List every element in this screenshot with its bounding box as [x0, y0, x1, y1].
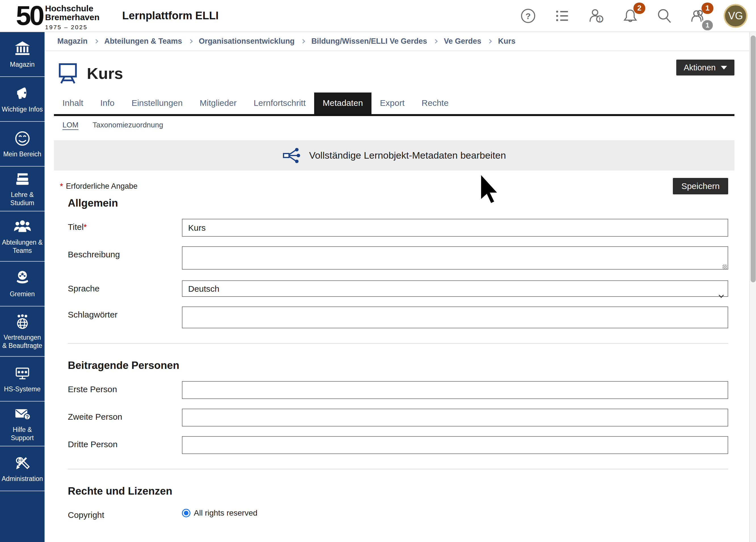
logo-50-text: 50 — [16, 3, 43, 28]
notifications-badge: 2 — [633, 3, 645, 14]
beschreibung-textarea[interactable] — [182, 246, 728, 270]
bank-icon — [14, 40, 31, 58]
tab-bar: Inhalt Info Einstellungen Mitglieder Ler… — [54, 93, 734, 116]
sprache-label: Sprache — [68, 280, 182, 297]
tab-info[interactable]: Info — [92, 93, 123, 114]
sidebar-item-label: Abteilungen & Teams — [0, 238, 45, 255]
breadcrumb: Magazin Abteilungen & Teams Organisation… — [45, 32, 749, 51]
main-content: Magazin Abteilungen & Teams Organisation… — [45, 32, 749, 542]
help-icon[interactable]: ? — [519, 7, 537, 25]
form-row-beschreibung: Beschreibung — [68, 246, 728, 271]
edit-full-metadata-banner[interactable]: Vollständige Lernobjekt-Metadaten bearbe… — [54, 140, 734, 171]
tab-einstellungen[interactable]: Einstellungen — [123, 93, 191, 114]
breadcrumb-link-abteilungen[interactable]: Abteilungen & Teams — [104, 37, 182, 46]
university-logo[interactable]: 50 Hochschule Bremerhaven 1975 – 2025 — [16, 0, 100, 31]
tab-export[interactable]: Export — [371, 93, 413, 114]
section-divider — [68, 343, 728, 344]
sidebar-item-hilfe-support[interactable]: ? Hilfe & Support — [0, 402, 45, 446]
copyright-label: Copyright — [68, 507, 182, 520]
page-title: Kurs — [87, 64, 123, 83]
save-button[interactable]: Speichern — [673, 178, 728, 194]
app-title: Lernplattform ELLI — [122, 10, 219, 22]
section-heading-rechte: Rechte und Lizenzen — [68, 485, 728, 497]
megaphone-icon — [14, 85, 31, 102]
breadcrumb-link-organisationsentwicklung[interactable]: Organisationsentwicklung — [199, 37, 295, 46]
sidebar-item-wichtige-infos[interactable]: Wichtige Infos — [0, 77, 45, 122]
subtab-taxonomiezuordnung[interactable]: Taxonomiezuordnung — [93, 121, 163, 129]
schlagwoerter-input[interactable] — [182, 306, 728, 328]
sidebar-item-label: Gremien — [9, 290, 36, 298]
contacts-badge-new: 1 — [702, 3, 713, 14]
form-row-erste-person: Erste Person — [68, 381, 728, 399]
form-row-schlagwoerter: Schlagwörter — [68, 306, 728, 328]
list-menu-icon[interactable] — [553, 7, 571, 25]
form-row-titel: Titel* — [68, 219, 728, 237]
zweite-person-input[interactable] — [182, 409, 728, 427]
sidebar-item-label: Mein Bereich — [2, 150, 42, 158]
tab-inhalt[interactable]: Inhalt — [54, 93, 92, 114]
sidebar-item-label: Administration — [1, 475, 44, 483]
breadcrumb-link-ve-gerdes[interactable]: Ve Gerdes — [444, 37, 481, 46]
sidebar-item-hs-systeme[interactable]: HS-Systeme — [0, 357, 45, 402]
actions-button-label: Aktionen — [684, 63, 716, 72]
beschreibung-label: Beschreibung — [68, 246, 182, 271]
required-hint: Erforderliche Angabe — [66, 182, 137, 191]
copyright-radio[interactable] — [182, 509, 190, 517]
required-asterisk: * — [60, 182, 63, 191]
committee-icon — [14, 270, 31, 287]
sidebar-item-mein-bereich[interactable]: Mein Bereich — [0, 122, 45, 167]
tab-rechte[interactable]: Rechte — [413, 93, 457, 114]
caret-down-icon — [721, 66, 727, 70]
contacts-icon[interactable]: 1 1 — [690, 7, 707, 25]
dritte-person-input[interactable] — [182, 436, 728, 454]
sidebar-item-label: Wichtige Infos — [1, 105, 44, 114]
books-icon — [14, 170, 31, 188]
zweite-person-label: Zweite Person — [68, 409, 182, 427]
notifications-bell-icon[interactable]: 2 — [621, 7, 639, 25]
tools-icon — [14, 454, 31, 472]
sprache-select[interactable]: Deutsch — [182, 280, 728, 297]
top-header: 50 Hochschule Bremerhaven 1975 – 2025 Le… — [0, 0, 756, 32]
sidebar-filler — [0, 491, 45, 542]
chevron-right-icon — [433, 39, 438, 44]
resize-grip-icon[interactable] — [723, 264, 727, 269]
section-heading-beitragende: Beitragende Personen — [68, 360, 728, 371]
logo-name: Hochschule Bremerhaven 1975 – 2025 — [45, 4, 100, 31]
search-icon[interactable] — [656, 7, 673, 25]
copyright-radio-label: All rights reserved — [194, 509, 257, 518]
breadcrumb-link-magazin[interactable]: Magazin — [57, 37, 88, 46]
user-status-icon[interactable]: ! — [587, 7, 605, 25]
monitor-icon — [14, 365, 31, 382]
erste-person-label: Erste Person — [68, 381, 182, 399]
sidebar-item-label: HS-Systeme — [3, 385, 42, 393]
scrollbar-thumb[interactable] — [751, 35, 756, 282]
section-heading-allgemein: Allgemein — [68, 197, 728, 209]
breadcrumb-link-bildung-wissen[interactable]: Bildung/Wissen/ELLI Ve Gerdes — [311, 37, 427, 46]
sidebar-item-lehre-studium[interactable]: Lehre & Studium — [0, 167, 45, 211]
breadcrumb-link-kurs[interactable]: Kurs — [498, 37, 516, 46]
sidebar-item-vertretungen-beauftragte[interactable]: Vertretungen & Beauftragte — [0, 306, 45, 357]
envelope-question-icon: ? — [14, 405, 31, 423]
subtab-lom[interactable]: LOM — [62, 121, 78, 129]
schlagwoerter-label: Schlagwörter — [68, 306, 182, 328]
sidebar-item-gremien[interactable]: Gremien — [0, 262, 45, 306]
titel-input[interactable] — [182, 219, 728, 237]
sidebar-item-magazin[interactable]: Magazin — [0, 32, 45, 77]
header-icon-bar: ? ! — [519, 4, 747, 28]
erste-person-input[interactable] — [182, 381, 728, 399]
form-row-dritte-person: Dritte Person — [68, 436, 728, 454]
sidebar-item-abteilungen-teams[interactable]: Abteilungen & Teams — [0, 211, 45, 262]
tab-lernfortschritt[interactable]: Lernfortschritt — [245, 93, 314, 114]
tab-metadaten[interactable]: Metadaten — [314, 93, 371, 114]
contacts-badge-total: 1 — [702, 20, 713, 30]
logo-name-line2: Bremerhaven — [45, 13, 100, 22]
sidebar-item-administration[interactable]: Administration — [0, 446, 45, 491]
form-row-copyright: Copyright All rights reserved — [68, 507, 728, 520]
chevron-right-icon — [94, 39, 98, 44]
sidebar-item-label: Vertretungen & Beauftragte — [0, 333, 45, 350]
avatar[interactable]: VG — [724, 4, 747, 28]
course-board-icon — [57, 61, 78, 85]
scrollbar[interactable] — [749, 32, 756, 542]
actions-button[interactable]: Aktionen — [676, 60, 734, 75]
tab-mitglieder[interactable]: Mitglieder — [191, 93, 245, 114]
